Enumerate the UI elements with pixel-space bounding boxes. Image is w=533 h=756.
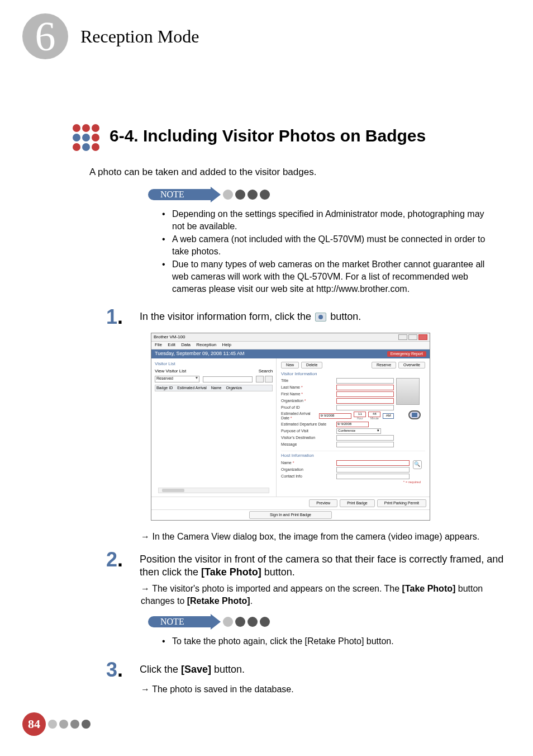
form-toolbar: New Delete Reserve Overwrite — [281, 362, 425, 368]
destination-field[interactable] — [336, 435, 394, 441]
overwrite-button[interactable]: Overwrite — [398, 362, 425, 368]
chapter-header: 6 Reception Mode — [22, 13, 505, 59]
step-number: 2. — [106, 550, 140, 570]
est-arrival-date-field[interactable]: 9/ 9/2008 — [319, 413, 351, 419]
host-name-field[interactable] — [336, 460, 410, 466]
note-bullet-list: To take the photo again, click the [Reta… — [162, 635, 505, 648]
note-label: NOTE — [148, 189, 211, 200]
step-1-result: In the Camera View dialog box, the image… — [141, 531, 505, 543]
visitor-table-empty — [155, 391, 273, 486]
est-departure-date-field[interactable]: 9/ 9/2008 — [336, 422, 369, 427]
camera-icon — [315, 313, 326, 322]
label-title: Title — [281, 379, 334, 383]
note-bullet-item: A web camera (not included with the QL-5… — [162, 233, 488, 257]
label-est-departure: Estimated Departure Date — [281, 422, 334, 427]
search-button-icon[interactable] — [256, 376, 264, 382]
maximize-icon[interactable] — [408, 334, 417, 340]
emergency-report-button[interactable]: Emergency Report — [387, 351, 426, 357]
label-destination: Visitor's Destination — [281, 436, 334, 440]
page-number: 84 — [22, 712, 46, 736]
label-est-arrival: Estimated Arrival Date * — [281, 412, 317, 420]
step-2: 2. Position the visitor in front of the … — [106, 550, 505, 579]
col-name: Name — [211, 386, 222, 390]
note-dots-icon — [223, 617, 270, 627]
host-search-icon[interactable]: 🔍 — [413, 460, 422, 469]
host-contact-field[interactable] — [336, 474, 410, 479]
window-controls — [398, 334, 427, 340]
step-1: 1. In the visitor information form, clic… — [106, 307, 505, 327]
note-dots-icon — [223, 190, 270, 200]
print-parking-button[interactable]: Print Parking Permit — [377, 499, 426, 507]
ampm-select[interactable]: AM — [383, 413, 394, 419]
col-organization: Organiza — [226, 386, 241, 390]
note-bullet-item: To take the photo again, click the [Reta… — [162, 635, 488, 648]
page-footer: 84 — [22, 712, 505, 736]
visitor-table-header: Badge ID Estimated Arrival Name Organiza — [155, 385, 273, 391]
label-first-name: First Name * — [281, 392, 334, 396]
step-3-text: Click the [Save] button. — [140, 660, 505, 676]
app-datetime: Tuesday, September 09, 2008 11:45 AM — [155, 351, 245, 357]
menu-item-file[interactable]: File — [155, 342, 162, 347]
minute-caption: Minute — [370, 417, 379, 420]
horizontal-scrollbar[interactable] — [158, 488, 269, 493]
label-host-name: Name * — [281, 461, 334, 465]
app-screenshot: Brother VM-100 File Edit Data Reception … — [151, 333, 430, 520]
note-capsule: NOTE — [148, 187, 505, 202]
step-3-result: The photo is saved in the database. — [141, 683, 505, 696]
app-title: Brother VM-100 — [154, 335, 185, 340]
camera-button[interactable] — [408, 410, 421, 419]
app-footer-buttons: Preview Print Badge Print Parking Permit — [151, 497, 430, 509]
search-clear-icon[interactable] — [265, 376, 273, 382]
intro-text: A photo can be taken and added to the vi… — [89, 167, 505, 178]
first-name-field[interactable] — [336, 391, 394, 397]
chapter-number-circle: 6 — [22, 13, 68, 59]
host-org-field[interactable] — [336, 467, 410, 472]
menu-item-data[interactable]: Data — [181, 342, 191, 347]
organization-field[interactable] — [336, 398, 394, 404]
visitor-list-pane: Visitor List View Visitor List Search Re… — [151, 358, 277, 497]
footer-dots-icon — [48, 720, 91, 729]
sign-in-button[interactable]: Sign In and Print Badge — [249, 511, 332, 519]
label-host-contact: Contact Info — [281, 474, 334, 479]
preview-button[interactable]: Preview — [309, 499, 337, 507]
reserve-button[interactable]: Reserve — [372, 362, 396, 368]
chapter-title: Reception Mode — [80, 26, 199, 47]
delete-button[interactable]: Delete — [301, 362, 322, 368]
note-tail-icon — [211, 187, 221, 202]
proof-of-id-field[interactable] — [336, 405, 394, 410]
label-last-name: Last Name * — [281, 385, 334, 390]
label-purpose: Purpose of Visit — [281, 429, 334, 433]
last-name-field[interactable] — [336, 385, 394, 390]
note-capsule: NOTE — [148, 614, 505, 630]
section-bullet-icon — [73, 124, 99, 151]
step-number: 1. — [106, 307, 140, 327]
note-bullet-item: Depending on the settings specified in A… — [162, 208, 488, 232]
menu-item-help[interactable]: Help — [222, 342, 231, 347]
minimize-icon[interactable] — [398, 334, 407, 340]
visitor-photo-placeholder — [396, 378, 420, 405]
title-field[interactable] — [336, 378, 394, 384]
app-titlebar: Brother VM-100 — [151, 333, 430, 342]
reserved-select[interactable]: Reserved — [155, 376, 199, 382]
search-input[interactable] — [203, 376, 253, 382]
app-menubar: File Edit Data Reception Help — [151, 342, 430, 349]
app-datebar: Tuesday, September 09, 2008 11:45 AM Eme… — [151, 349, 430, 358]
purpose-select[interactable]: Conference▾ — [336, 428, 381, 434]
step-2-result: The visitor's photo is imported and appe… — [141, 583, 505, 608]
note-bullet-item: Due to many types of web cameras on the … — [162, 258, 488, 295]
close-icon[interactable] — [418, 334, 427, 340]
menu-item-reception[interactable]: Reception — [196, 342, 216, 347]
note-tail-icon — [211, 614, 221, 630]
col-badge-id: Badge ID — [156, 386, 173, 390]
label-organization: Organization * — [281, 399, 334, 403]
step-3: 3. Click the [Save] button. — [106, 660, 505, 680]
search-label: Search — [259, 369, 273, 374]
step-2-text: Position the visitor in front of the cam… — [140, 550, 505, 579]
step-1-text: In the visitor information form, click t… — [140, 307, 505, 323]
print-badge-button[interactable]: Print Badge — [340, 499, 375, 507]
new-button[interactable]: New — [281, 362, 299, 368]
menu-item-edit[interactable]: Edit — [168, 342, 175, 347]
section-heading-row: 6-4. Including Visitor Photos on Badges — [73, 121, 505, 151]
message-field[interactable] — [336, 442, 394, 447]
note-bullet-list: Depending on the settings specified in A… — [162, 208, 505, 295]
